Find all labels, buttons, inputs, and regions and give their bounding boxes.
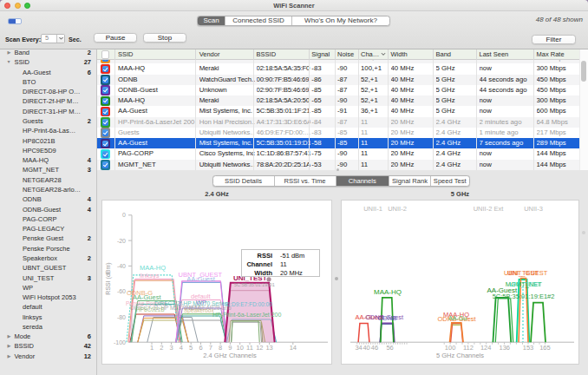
- svg-text:10: 10: [237, 344, 244, 352]
- svg-text:6: 6: [199, 344, 202, 352]
- svg-text:112: 112: [463, 344, 474, 352]
- svg-text:AA-Gu: AA-Gu: [448, 315, 467, 321]
- svg-text:0: 0: [122, 212, 126, 218]
- svg-text:165: 165: [539, 344, 551, 352]
- svg-text:UNI_TEST: UNI_TEST: [507, 269, 539, 277]
- svg-text:14: 14: [290, 344, 297, 352]
- svg-text:linksys: linksys: [140, 272, 160, 280]
- svg-text:136: 136: [500, 344, 511, 352]
- svg-text:MAA-HQ: MAA-HQ: [374, 288, 402, 296]
- svg-text:-60: -60: [117, 288, 126, 294]
- svg-text:9: 9: [228, 344, 232, 352]
- svg-text:5C:5B:35:01:19:D1: 5C:5B:35:01:19:D1: [234, 282, 275, 287]
- svg-text:UNII-3: UNII-3: [524, 205, 543, 213]
- svg-text:-100: -100: [114, 339, 126, 345]
- svg-text:46:D9:E7:FD:00:00: 46:D9:E7:FD:00:00: [224, 301, 272, 307]
- svg-text:UNII-2 Ext: UNII-2 Ext: [474, 205, 505, 213]
- svg-text:ODNB: ODNB: [378, 314, 397, 322]
- svg-text:UNII-2: UNII-2: [388, 205, 407, 213]
- svg-text:13: 13: [265, 344, 272, 352]
- svg-text:AA-Guest: AA-Guest: [186, 275, 215, 283]
- svg-text:-20: -20: [117, 238, 126, 244]
- svg-text:4: 4: [180, 344, 183, 352]
- svg-text:5C:5B:35:01:19:E1#2: 5C:5B:35:01:19:E1#2: [493, 293, 555, 300]
- svg-text:34: 34: [355, 344, 362, 352]
- svg-text:8: 8: [219, 344, 222, 352]
- svg-text:100: 100: [445, 344, 456, 352]
- svg-text:HP8C021B: HP8C021B: [136, 306, 165, 312]
- svg-text:5: 5: [189, 344, 193, 352]
- svg-text:56: 56: [386, 344, 393, 352]
- svg-text:RSSI (dBm): RSSI (dBm): [105, 262, 112, 294]
- svg-text:46: 46: [371, 344, 378, 352]
- svg-text:7: 7: [209, 344, 212, 352]
- svg-text:124: 124: [480, 344, 492, 352]
- svg-text:UNII-1: UNII-1: [363, 205, 382, 213]
- svg-text:1: 1: [150, 344, 154, 352]
- svg-text:40: 40: [363, 344, 369, 352]
- svg-text:-80: -80: [117, 314, 126, 320]
- svg-text:12: 12: [256, 344, 263, 352]
- svg-text:11: 11: [246, 344, 253, 352]
- svg-text:2.4 GHz Channels: 2.4 GHz Channels: [203, 352, 257, 359]
- svg-text:HP-Print-6a-LaserJet 200: HP-Print-6a-LaserJet 200: [212, 312, 281, 318]
- svg-text:3: 3: [170, 344, 173, 352]
- svg-text:-40: -40: [117, 263, 126, 269]
- svg-text:153: 153: [523, 344, 534, 352]
- svg-text:5 GHz Channels: 5 GHz Channels: [436, 352, 484, 359]
- svg-text:Speakerbox: Speakerbox: [184, 307, 214, 314]
- svg-text:2: 2: [160, 344, 163, 352]
- svg-text:MAA-HQ: MAA-HQ: [140, 264, 166, 272]
